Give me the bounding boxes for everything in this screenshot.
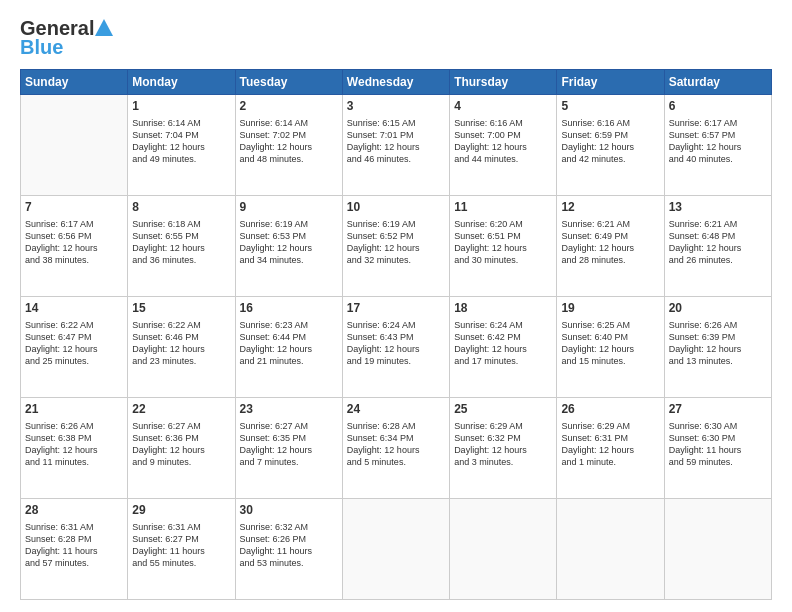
cell-content: Sunrise: 6:22 AM Sunset: 6:47 PM Dayligh… bbox=[25, 319, 123, 368]
day-number: 30 bbox=[240, 502, 338, 519]
cell-content: Sunrise: 6:30 AM Sunset: 6:30 PM Dayligh… bbox=[669, 420, 767, 469]
cell-content: Sunrise: 6:31 AM Sunset: 6:27 PM Dayligh… bbox=[132, 521, 230, 570]
cell-content: Sunrise: 6:29 AM Sunset: 6:31 PM Dayligh… bbox=[561, 420, 659, 469]
calendar-cell: 10Sunrise: 6:19 AM Sunset: 6:52 PM Dayli… bbox=[342, 196, 449, 297]
calendar-cell bbox=[664, 499, 771, 600]
day-number: 9 bbox=[240, 199, 338, 216]
cell-content: Sunrise: 6:23 AM Sunset: 6:44 PM Dayligh… bbox=[240, 319, 338, 368]
calendar-cell bbox=[342, 499, 449, 600]
calendar-week-row: 28Sunrise: 6:31 AM Sunset: 6:28 PM Dayli… bbox=[21, 499, 772, 600]
day-number: 19 bbox=[561, 300, 659, 317]
calendar-cell: 11Sunrise: 6:20 AM Sunset: 6:51 PM Dayli… bbox=[450, 196, 557, 297]
calendar-header-row: SundayMondayTuesdayWednesdayThursdayFrid… bbox=[21, 70, 772, 95]
cell-content: Sunrise: 6:17 AM Sunset: 6:57 PM Dayligh… bbox=[669, 117, 767, 166]
day-number: 28 bbox=[25, 502, 123, 519]
day-header-monday: Monday bbox=[128, 70, 235, 95]
day-header-sunday: Sunday bbox=[21, 70, 128, 95]
calendar-week-row: 7Sunrise: 6:17 AM Sunset: 6:56 PM Daylig… bbox=[21, 196, 772, 297]
cell-content: Sunrise: 6:19 AM Sunset: 6:52 PM Dayligh… bbox=[347, 218, 445, 267]
day-header-wednesday: Wednesday bbox=[342, 70, 449, 95]
day-number: 1 bbox=[132, 98, 230, 115]
calendar-cell: 13Sunrise: 6:21 AM Sunset: 6:48 PM Dayli… bbox=[664, 196, 771, 297]
cell-content: Sunrise: 6:19 AM Sunset: 6:53 PM Dayligh… bbox=[240, 218, 338, 267]
day-number: 6 bbox=[669, 98, 767, 115]
page-header: General Blue bbox=[20, 18, 772, 59]
day-number: 23 bbox=[240, 401, 338, 418]
cell-content: Sunrise: 6:29 AM Sunset: 6:32 PM Dayligh… bbox=[454, 420, 552, 469]
cell-content: Sunrise: 6:21 AM Sunset: 6:49 PM Dayligh… bbox=[561, 218, 659, 267]
cell-content: Sunrise: 6:21 AM Sunset: 6:48 PM Dayligh… bbox=[669, 218, 767, 267]
day-number: 13 bbox=[669, 199, 767, 216]
calendar-cell: 16Sunrise: 6:23 AM Sunset: 6:44 PM Dayli… bbox=[235, 297, 342, 398]
cell-content: Sunrise: 6:14 AM Sunset: 7:02 PM Dayligh… bbox=[240, 117, 338, 166]
day-number: 15 bbox=[132, 300, 230, 317]
calendar-cell: 28Sunrise: 6:31 AM Sunset: 6:28 PM Dayli… bbox=[21, 499, 128, 600]
logo-blue-text: Blue bbox=[20, 36, 63, 59]
calendar-cell: 23Sunrise: 6:27 AM Sunset: 6:35 PM Dayli… bbox=[235, 398, 342, 499]
day-number: 11 bbox=[454, 199, 552, 216]
cell-content: Sunrise: 6:24 AM Sunset: 6:43 PM Dayligh… bbox=[347, 319, 445, 368]
day-number: 17 bbox=[347, 300, 445, 317]
day-header-friday: Friday bbox=[557, 70, 664, 95]
cell-content: Sunrise: 6:16 AM Sunset: 6:59 PM Dayligh… bbox=[561, 117, 659, 166]
day-number: 4 bbox=[454, 98, 552, 115]
day-number: 16 bbox=[240, 300, 338, 317]
cell-content: Sunrise: 6:17 AM Sunset: 6:56 PM Dayligh… bbox=[25, 218, 123, 267]
day-number: 10 bbox=[347, 199, 445, 216]
calendar-cell: 5Sunrise: 6:16 AM Sunset: 6:59 PM Daylig… bbox=[557, 95, 664, 196]
logo-triangle-icon bbox=[94, 18, 114, 38]
calendar-cell: 26Sunrise: 6:29 AM Sunset: 6:31 PM Dayli… bbox=[557, 398, 664, 499]
day-number: 14 bbox=[25, 300, 123, 317]
cell-content: Sunrise: 6:32 AM Sunset: 6:26 PM Dayligh… bbox=[240, 521, 338, 570]
calendar-cell: 19Sunrise: 6:25 AM Sunset: 6:40 PM Dayli… bbox=[557, 297, 664, 398]
calendar-cell: 27Sunrise: 6:30 AM Sunset: 6:30 PM Dayli… bbox=[664, 398, 771, 499]
calendar-cell: 30Sunrise: 6:32 AM Sunset: 6:26 PM Dayli… bbox=[235, 499, 342, 600]
day-number: 7 bbox=[25, 199, 123, 216]
day-number: 25 bbox=[454, 401, 552, 418]
day-number: 12 bbox=[561, 199, 659, 216]
cell-content: Sunrise: 6:14 AM Sunset: 7:04 PM Dayligh… bbox=[132, 117, 230, 166]
calendar-cell bbox=[450, 499, 557, 600]
calendar-week-row: 1Sunrise: 6:14 AM Sunset: 7:04 PM Daylig… bbox=[21, 95, 772, 196]
calendar-cell: 15Sunrise: 6:22 AM Sunset: 6:46 PM Dayli… bbox=[128, 297, 235, 398]
day-number: 18 bbox=[454, 300, 552, 317]
calendar-cell: 8Sunrise: 6:18 AM Sunset: 6:55 PM Daylig… bbox=[128, 196, 235, 297]
cell-content: Sunrise: 6:25 AM Sunset: 6:40 PM Dayligh… bbox=[561, 319, 659, 368]
calendar-cell: 3Sunrise: 6:15 AM Sunset: 7:01 PM Daylig… bbox=[342, 95, 449, 196]
calendar-cell: 1Sunrise: 6:14 AM Sunset: 7:04 PM Daylig… bbox=[128, 95, 235, 196]
svg-marker-0 bbox=[95, 19, 113, 36]
calendar-cell: 17Sunrise: 6:24 AM Sunset: 6:43 PM Dayli… bbox=[342, 297, 449, 398]
cell-content: Sunrise: 6:24 AM Sunset: 6:42 PM Dayligh… bbox=[454, 319, 552, 368]
cell-content: Sunrise: 6:27 AM Sunset: 6:36 PM Dayligh… bbox=[132, 420, 230, 469]
day-number: 21 bbox=[25, 401, 123, 418]
cell-content: Sunrise: 6:31 AM Sunset: 6:28 PM Dayligh… bbox=[25, 521, 123, 570]
day-number: 26 bbox=[561, 401, 659, 418]
day-number: 8 bbox=[132, 199, 230, 216]
calendar-week-row: 21Sunrise: 6:26 AM Sunset: 6:38 PM Dayli… bbox=[21, 398, 772, 499]
day-number: 24 bbox=[347, 401, 445, 418]
calendar-cell: 12Sunrise: 6:21 AM Sunset: 6:49 PM Dayli… bbox=[557, 196, 664, 297]
calendar-table: SundayMondayTuesdayWednesdayThursdayFrid… bbox=[20, 69, 772, 600]
day-number: 5 bbox=[561, 98, 659, 115]
calendar-cell: 21Sunrise: 6:26 AM Sunset: 6:38 PM Dayli… bbox=[21, 398, 128, 499]
calendar-cell bbox=[21, 95, 128, 196]
cell-content: Sunrise: 6:16 AM Sunset: 7:00 PM Dayligh… bbox=[454, 117, 552, 166]
calendar-cell bbox=[557, 499, 664, 600]
calendar-cell: 2Sunrise: 6:14 AM Sunset: 7:02 PM Daylig… bbox=[235, 95, 342, 196]
calendar-week-row: 14Sunrise: 6:22 AM Sunset: 6:47 PM Dayli… bbox=[21, 297, 772, 398]
calendar-cell: 4Sunrise: 6:16 AM Sunset: 7:00 PM Daylig… bbox=[450, 95, 557, 196]
day-number: 29 bbox=[132, 502, 230, 519]
calendar-cell: 20Sunrise: 6:26 AM Sunset: 6:39 PM Dayli… bbox=[664, 297, 771, 398]
day-number: 2 bbox=[240, 98, 338, 115]
cell-content: Sunrise: 6:20 AM Sunset: 6:51 PM Dayligh… bbox=[454, 218, 552, 267]
calendar-cell: 25Sunrise: 6:29 AM Sunset: 6:32 PM Dayli… bbox=[450, 398, 557, 499]
calendar-cell: 24Sunrise: 6:28 AM Sunset: 6:34 PM Dayli… bbox=[342, 398, 449, 499]
day-number: 3 bbox=[347, 98, 445, 115]
cell-content: Sunrise: 6:15 AM Sunset: 7:01 PM Dayligh… bbox=[347, 117, 445, 166]
cell-content: Sunrise: 6:18 AM Sunset: 6:55 PM Dayligh… bbox=[132, 218, 230, 267]
day-header-saturday: Saturday bbox=[664, 70, 771, 95]
cell-content: Sunrise: 6:22 AM Sunset: 6:46 PM Dayligh… bbox=[132, 319, 230, 368]
calendar-cell: 18Sunrise: 6:24 AM Sunset: 6:42 PM Dayli… bbox=[450, 297, 557, 398]
cell-content: Sunrise: 6:28 AM Sunset: 6:34 PM Dayligh… bbox=[347, 420, 445, 469]
calendar-cell: 9Sunrise: 6:19 AM Sunset: 6:53 PM Daylig… bbox=[235, 196, 342, 297]
